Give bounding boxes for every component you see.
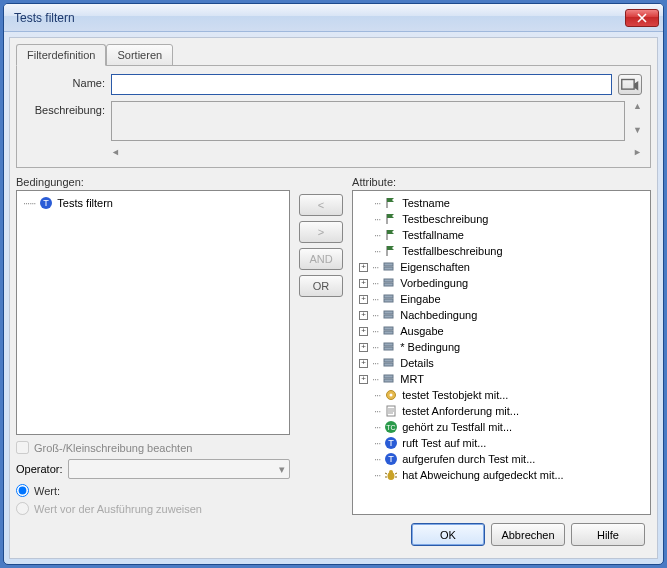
svg-text:T: T xyxy=(44,198,50,208)
t-icon: T xyxy=(384,452,398,466)
attribute-item[interactable]: +···Nachbedingung xyxy=(357,307,646,323)
move-left-button[interactable]: < xyxy=(299,194,343,216)
or-button[interactable]: OR xyxy=(299,275,343,297)
flag-icon xyxy=(384,228,398,242)
svg-rect-5 xyxy=(384,279,393,282)
svg-text:TC: TC xyxy=(387,424,396,431)
name-input[interactable] xyxy=(111,74,612,95)
attribute-label: testet Testobjekt mit... xyxy=(402,389,508,401)
svg-rect-6 xyxy=(384,283,393,286)
wert-row[interactable]: Wert: xyxy=(16,484,290,497)
attribute-label: Ausgabe xyxy=(400,325,443,337)
expander-icon[interactable]: + xyxy=(359,279,368,288)
svg-rect-8 xyxy=(384,299,393,302)
attribute-label: Details xyxy=(400,357,434,369)
hscroll-right[interactable]: ► xyxy=(633,147,642,157)
attribute-item[interactable]: +···MRT xyxy=(357,371,646,387)
cancel-button[interactable]: Abbrechen xyxy=(491,523,565,546)
t-icon: T xyxy=(384,436,398,450)
svg-text:T: T xyxy=(388,454,394,464)
expander-icon[interactable]: + xyxy=(359,311,368,320)
attribute-item[interactable]: ···testet Anforderung mit... xyxy=(357,403,646,419)
tree-item[interactable]: ······ T Tests filtern xyxy=(21,195,285,211)
attribute-label: ruft Test auf mit... xyxy=(402,437,486,449)
expander-icon[interactable]: + xyxy=(359,375,368,384)
expander-icon[interactable]: + xyxy=(359,263,368,272)
move-right-button[interactable]: > xyxy=(299,221,343,243)
wert-vor-radio xyxy=(16,502,29,515)
t-icon: T xyxy=(39,196,53,210)
svg-rect-10 xyxy=(384,315,393,318)
svg-rect-14 xyxy=(384,347,393,350)
stack-icon xyxy=(382,356,396,370)
conditions-tree[interactable]: ······ T Tests filtern xyxy=(16,190,290,435)
flag-icon xyxy=(384,212,398,226)
attribute-item[interactable]: ···TCgehört zu Testfall mit... xyxy=(357,419,646,435)
attribute-item[interactable]: +···Ausgabe xyxy=(357,323,646,339)
attributes-label: Attribute: xyxy=(352,176,651,188)
wert-radio[interactable] xyxy=(16,484,29,497)
expander-icon[interactable]: + xyxy=(359,295,368,304)
flag-icon xyxy=(384,196,398,210)
operator-combo[interactable]: ▾ xyxy=(68,459,290,479)
svg-rect-3 xyxy=(384,263,393,266)
stack-icon xyxy=(382,292,396,306)
attribute-item[interactable]: +···Vorbedingung xyxy=(357,275,646,291)
close-button[interactable] xyxy=(625,9,659,27)
stack-icon xyxy=(382,276,396,290)
svg-rect-4 xyxy=(384,267,393,270)
description-input[interactable] xyxy=(111,101,625,141)
operator-label: Operator: xyxy=(16,463,62,475)
tab-filterdefinition[interactable]: Filterdefinition xyxy=(16,44,106,66)
attribute-item[interactable]: ···Testbeschreibung xyxy=(357,211,646,227)
svg-rect-15 xyxy=(384,359,393,362)
attribute-item[interactable]: +···Eigenschaften xyxy=(357,259,646,275)
stack-icon xyxy=(382,324,396,338)
wert-vor-label: Wert vor der Ausführung zuweisen xyxy=(34,503,202,515)
attribute-label: Testname xyxy=(402,197,450,209)
ok-button[interactable]: OK xyxy=(411,523,485,546)
attribute-item[interactable]: ···Testfallbeschreibung xyxy=(357,243,646,259)
tree-item-label: Tests filtern xyxy=(57,197,113,209)
scroll-indicator: ▲▼ xyxy=(633,101,642,135)
case-sensitive-row[interactable]: Groß-/Kleinschreibung beachten xyxy=(16,441,290,454)
attribute-item[interactable]: ···hat Abweichung aufgedeckt mit... xyxy=(357,467,646,483)
hscroll-left[interactable]: ◄ xyxy=(111,147,120,157)
attribute-item[interactable]: ···Testname xyxy=(357,195,646,211)
wert-label: Wert: xyxy=(34,485,60,497)
attribute-label: MRT xyxy=(400,373,424,385)
titlebar[interactable]: Tests filtern xyxy=(4,4,663,32)
assist-button[interactable] xyxy=(618,74,642,95)
conditions-label: Bedingungen: xyxy=(16,176,290,188)
attribute-label: Testbeschreibung xyxy=(402,213,488,225)
and-button[interactable]: AND xyxy=(299,248,343,270)
doc-icon xyxy=(384,404,398,418)
attribute-item[interactable]: +···* Bedingung xyxy=(357,339,646,355)
wert-vor-row: Wert vor der Ausführung zuweisen xyxy=(16,502,290,515)
dialog-footer: OK Abbrechen Hilfe xyxy=(16,515,651,552)
svg-rect-0 xyxy=(622,79,634,89)
tab-body: Name: Beschreibung: ▲▼ ◄ ► xyxy=(16,65,651,168)
attribute-item[interactable]: +···Eingabe xyxy=(357,291,646,307)
expander-icon[interactable]: + xyxy=(359,327,368,336)
tab-sortieren[interactable]: Sortieren xyxy=(106,44,173,66)
help-button[interactable]: Hilfe xyxy=(571,523,645,546)
tc-icon: TC xyxy=(384,420,398,434)
attribute-item[interactable]: ···testet Testobjekt mit... xyxy=(357,387,646,403)
svg-rect-9 xyxy=(384,311,393,314)
stack-icon xyxy=(382,340,396,354)
window-title: Tests filtern xyxy=(14,11,625,25)
expander-icon[interactable]: + xyxy=(359,343,368,352)
dialog-window: Tests filtern Filterdefinition Sortieren… xyxy=(3,3,664,565)
expander-icon[interactable]: + xyxy=(359,359,368,368)
attribute-label: Eingabe xyxy=(400,293,440,305)
svg-text:T: T xyxy=(388,438,394,448)
attribute-item[interactable]: ···Truft Test auf mit... xyxy=(357,435,646,451)
bug-icon xyxy=(384,468,398,482)
attribute-item[interactable]: +···Details xyxy=(357,355,646,371)
attribute-label: Vorbedingung xyxy=(400,277,468,289)
attribute-item[interactable]: ···Testfallname xyxy=(357,227,646,243)
attributes-tree[interactable]: ···Testname···Testbeschreibung···Testfal… xyxy=(352,190,651,515)
attribute-item[interactable]: ···Taufgerufen durch Test mit... xyxy=(357,451,646,467)
svg-rect-7 xyxy=(384,295,393,298)
